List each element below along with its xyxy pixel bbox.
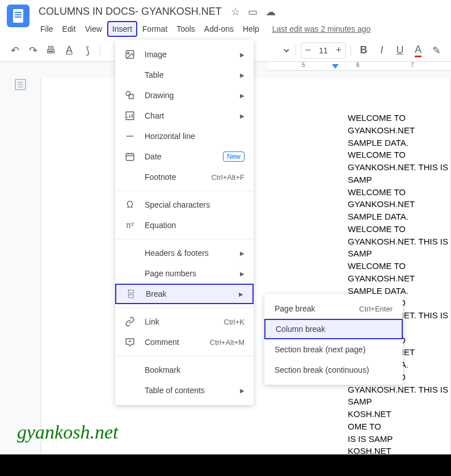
redo-button[interactable]: ↷ [25,43,41,58]
italic-button[interactable]: I [374,43,390,58]
comment-icon [124,336,136,348]
spellcheck-button[interactable]: A [61,43,77,58]
shortcut-label: Ctrl+Alt+M [210,338,245,347]
insert-image[interactable]: Image▶ [115,44,254,65]
insert-table[interactable]: Table▶ [115,65,254,85]
blank-icon [124,247,136,259]
insert-table-of-contents[interactable]: Table of contents▶ [115,380,254,401]
menu-label: Link [145,317,215,326]
menu-file[interactable]: File [36,22,57,36]
insert-headers-footers[interactable]: Headers & footers▶ [115,243,254,263]
menu-edit[interactable]: Edit [58,22,80,36]
insert-chart[interactable]: Chart▶ [115,106,254,126]
insert-footnote[interactable]: FootnoteCtrl+Alt+F [115,167,254,187]
menu-add-ons[interactable]: Add-ons [200,22,238,36]
watermark-text: gyankosh.net [17,422,118,443]
blank-icon [124,69,136,81]
menu-help[interactable]: Help [239,22,263,36]
drawing-icon [124,90,136,101]
star-icon[interactable]: ☆ [231,6,240,18]
bold-button[interactable]: B [356,43,372,58]
text-color-button[interactable]: A [410,43,426,58]
highlight-button[interactable]: ✎ [428,43,444,58]
ruler[interactable]: 5 6 7 [268,62,451,71]
ruler-mark: 5 [302,62,305,68]
blank-icon [124,364,136,376]
shortcut-label: Ctrl+Alt+F [211,173,245,182]
document-body-text[interactable]: WELCOME TO GYANKOSH.NET SAMPLE DATA. WEL… [348,112,450,464]
menubar: FileEditViewInsertFormatToolsAdd-onsHelp… [36,21,444,37]
insert-break[interactable]: Break▶ [115,284,254,304]
menu-insert[interactable]: Insert [107,21,137,37]
break-column-break[interactable]: Column break [264,319,403,339]
submenu-arrow-icon: ▶ [239,291,243,297]
font-select[interactable] [263,43,291,58]
link-icon [124,316,136,327]
submenu-arrow-icon: ▶ [240,250,245,256]
submenu-arrow-icon: ▶ [240,72,245,78]
menu-label: Headers & footers [145,248,231,258]
blank-icon [124,385,136,396]
menu-label: Table of contents [145,386,231,395]
underline-button[interactable]: U [392,43,408,58]
break-submenu: Page breakCtrl+EnterColumn breakSection … [264,294,403,385]
insert-bookmark[interactable]: Bookmark [115,360,254,380]
menu-label: Bookmark [145,365,245,374]
font-size-decrease[interactable]: − [301,44,315,56]
outline-toggle-icon[interactable] [15,79,26,90]
insert-date[interactable]: DateNew [115,146,254,167]
undo-button[interactable]: ↶ [7,43,23,58]
last-edit-link[interactable]: Last edit was 2 minutes ago [272,24,371,33]
menu-format[interactable]: Format [138,22,171,36]
insert-drawing[interactable]: Drawing▶ [115,85,254,106]
menu-tools[interactable]: Tools [172,22,199,36]
print-button[interactable]: 🖶 [43,43,59,58]
menu-label: Image [145,50,231,59]
break-icon [125,288,137,300]
blank-icon [124,268,136,279]
insert-equation[interactable]: π²Equation [115,215,254,235]
submenu-arrow-icon: ▶ [240,271,245,277]
menu-label: Chart [145,111,231,120]
hline-icon [124,130,136,142]
font-size-value[interactable]: 11 [315,46,332,55]
omega-icon: Ω [124,199,136,210]
docs-logo[interactable] [7,5,29,27]
break-page-break[interactable]: Page breakCtrl+Enter [264,298,403,319]
font-size-increase[interactable]: + [332,44,345,56]
document-title[interactable]: COLUMNS IN DOCS- GYANKOSH.NET [36,5,224,19]
insert-special-characters[interactable]: ΩSpecial characters [115,195,254,215]
menu-label: Horizontal line [145,132,245,141]
ruler-mark: 6 [356,62,360,68]
date-icon [124,151,136,162]
break-section-break-continuous-[interactable]: Section break (continuous) [264,360,403,380]
menu-label: Footnote [145,172,202,182]
menu-label: Special characters [145,200,245,209]
submenu-arrow-icon: ▶ [240,113,245,119]
menu-label: Page numbers [145,269,231,278]
move-icon[interactable]: ▭ [248,6,258,18]
image-icon [124,49,136,60]
svg-rect-6 [126,154,134,161]
pi-icon: π² [124,220,136,231]
shortcut-label: Ctrl+K [224,318,245,326]
ruler-mark: 7 [411,62,414,68]
insert-horizontal-line[interactable]: Horizontal line [115,126,254,146]
menu-view[interactable]: View [81,22,106,36]
insert-comment[interactable]: CommentCtrl+Alt+M [115,332,254,352]
insert-link[interactable]: LinkCtrl+K [115,311,254,332]
break-section-break-next-page-[interactable]: Section break (next page) [264,339,403,360]
blank-icon [124,171,136,183]
submenu-label: Section break (continuous) [275,365,393,374]
shortcut-label: Ctrl+Enter [359,305,393,313]
insert-menu-dropdown: Image▶Table▶Drawing▶Chart▶Horizontal lin… [115,40,254,405]
cloud-icon[interactable]: ☁ [265,6,276,18]
submenu-arrow-icon: ▶ [240,92,245,99]
new-badge: New [223,151,245,162]
insert-page-numbers[interactable]: Page numbers▶ [115,263,254,284]
menu-label: Break [146,289,230,298]
submenu-arrow-icon: ▶ [240,52,245,58]
menu-label: Drawing [145,91,231,100]
paint-format-button[interactable]: ⟆ [79,43,95,58]
menu-label: Comment [145,338,201,347]
